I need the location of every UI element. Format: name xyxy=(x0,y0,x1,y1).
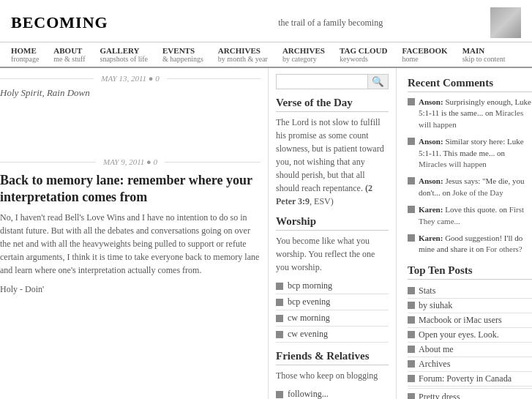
top-post-item[interactable]: About me xyxy=(408,343,532,357)
post1-comments: 0 xyxy=(155,74,160,83)
post2-title: Back to memory lane: remember where your… xyxy=(0,172,261,206)
sidebar-right: Recent Comments Anson: Surprisingly enou… xyxy=(397,68,532,399)
nav-item-gallery[interactable]: GALLERYsnapshots of life xyxy=(100,46,148,63)
top-post-item[interactable]: Open your eyes. Look. xyxy=(408,328,532,343)
top-post-icon xyxy=(408,375,415,382)
nav-item-archives[interactable]: ARCHIVESby month & year xyxy=(218,46,268,63)
comment-item: Anson: Similar story here: Luke 5:1-11. … xyxy=(408,136,532,170)
top-post-icon xyxy=(408,346,415,353)
top-post-item[interactable]: Stats xyxy=(408,284,532,299)
worship-text: You become like what you worship. You re… xyxy=(276,234,389,274)
top-post-item[interactable]: Pretty dress xyxy=(408,390,532,399)
comment-icon xyxy=(408,206,415,213)
comment-item: Anson: Jesus says: "Me die, you don't...… xyxy=(408,176,532,198)
verse-title: Verse of the Day xyxy=(276,97,389,112)
friends-list: following...live a life REALmannshinspir… xyxy=(276,387,389,399)
site-title: BECOMING xyxy=(11,13,171,32)
nav-item-home[interactable]: HOMEfrontpage xyxy=(11,46,39,63)
verse-text: The Lord is not slow to fulfill his prom… xyxy=(276,116,389,208)
friend-link-item[interactable]: following... xyxy=(276,387,389,399)
nav-item-about[interactable]: ABOUTme & stuff xyxy=(53,46,85,63)
search-button[interactable]: 🔍 xyxy=(368,74,389,89)
friends-title: Friends & Relatives xyxy=(276,350,389,365)
main-posts: MAY 13, 2011 ● 0 Holy Spirit, Rain Down … xyxy=(0,68,269,399)
worship-link-item[interactable]: cw morning xyxy=(276,310,389,327)
top-post-icon xyxy=(408,393,415,399)
post1-title[interactable]: Holy Spirit, Rain Down xyxy=(0,87,261,99)
avatar xyxy=(490,7,521,38)
nav-item-archives[interactable]: ARCHIVESby category xyxy=(282,46,325,63)
comment-item: Karen: Love this quote. on First They ca… xyxy=(408,204,532,227)
link-icon xyxy=(276,331,283,338)
top-post-icon xyxy=(408,316,415,324)
comment-item: Karen: Good suggestion! I'll do mine and… xyxy=(408,233,532,256)
post1-date: MAY 13, 2011 xyxy=(101,74,146,83)
link-icon xyxy=(276,299,283,306)
link-icon xyxy=(276,391,283,398)
top-posts-list: Statsby siuhakMacbook or iMac usersOpen … xyxy=(408,284,532,399)
nav-item-facebook[interactable]: FACEBOOKhome xyxy=(402,46,447,63)
post2-date: MAY 9, 2011 xyxy=(103,157,144,166)
top-post-item[interactable]: Macbook or iMac users xyxy=(408,313,532,328)
worship-link-item[interactable]: bcp evening xyxy=(276,294,389,310)
top-post-icon xyxy=(408,360,415,368)
top-post-item[interactable]: Archives xyxy=(408,357,532,372)
comment-icon xyxy=(408,234,415,242)
top-posts-title: Top Ten Posts xyxy=(408,264,532,280)
friends-sub: Those who keep on blogging xyxy=(276,369,389,382)
search-input[interactable] xyxy=(276,74,368,89)
top-post-icon xyxy=(408,331,415,338)
top-post-separator xyxy=(408,388,532,389)
top-post-icon xyxy=(408,302,415,309)
post2-excerpt: No, I haven't read Bell's Love Wins and … xyxy=(0,211,261,277)
comment-icon xyxy=(408,98,415,105)
worship-title: Worship xyxy=(276,215,389,231)
main-nav: HOMEfrontpageABOUTme & stuffGALLERYsnaps… xyxy=(0,42,532,68)
comment-icon xyxy=(408,177,415,184)
worship-link-item[interactable]: bcp morning xyxy=(276,278,389,294)
comment-icon xyxy=(408,138,415,145)
post2-date-bar: MAY 9, 2011 ● 0 xyxy=(0,157,261,166)
top-post-item[interactable]: Forum: Poverty in Canada xyxy=(408,372,532,387)
link-icon xyxy=(276,315,283,322)
tagline: the trail of a family becoming xyxy=(171,18,490,29)
worship-list: bcp morningbcp eveningcw morningcw eveni… xyxy=(276,278,389,343)
worship-link-item[interactable]: cw evening xyxy=(276,327,389,343)
comment-item: Anson: Surprisingly enough, Luke 5:1-11 … xyxy=(408,97,532,130)
comments-list: Anson: Surprisingly enough, Luke 5:1-11 … xyxy=(408,97,532,256)
post2-comments: 0 xyxy=(154,157,158,166)
top-post-item[interactable]: by siuhak xyxy=(408,299,532,313)
search-bar[interactable]: 🔍 xyxy=(276,74,389,89)
nav-item-events[interactable]: EVENTS& happenings xyxy=(162,46,203,63)
top-post-icon xyxy=(408,287,415,294)
post1-date-bar: MAY 13, 2011 ● 0 xyxy=(0,74,261,83)
post2-continued: Holy - Doin' xyxy=(0,283,261,296)
middle-column: 🔍 Verse of the Day The Lord is not slow … xyxy=(269,68,397,399)
nav-item-main[interactable]: MAINskip to content xyxy=(462,46,506,63)
nav-item-tag-cloud[interactable]: TAG CLOUDkeywords xyxy=(340,46,388,63)
recent-comments-title: Recent Comments xyxy=(408,77,532,92)
link-icon xyxy=(276,283,283,290)
